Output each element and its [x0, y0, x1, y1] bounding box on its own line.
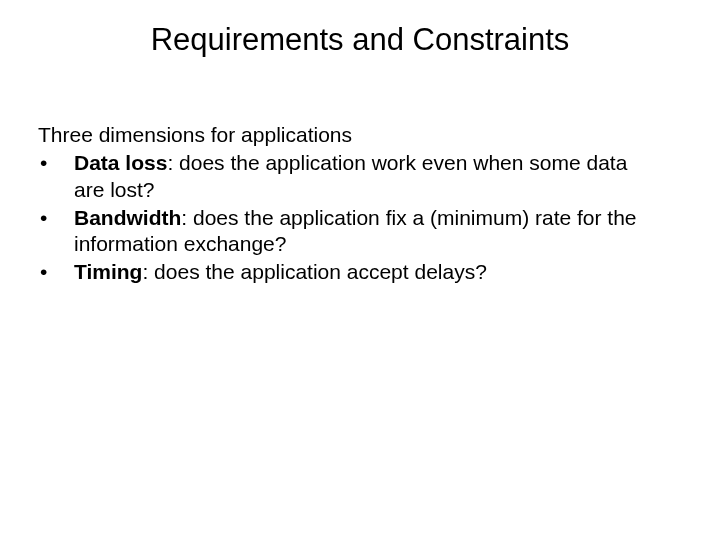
bullet-text: Bandwidth: does the application fix a (m… — [74, 205, 660, 258]
term-description: : does the application accept delays? — [142, 260, 486, 283]
list-item: • Data loss: does the application work e… — [38, 150, 660, 203]
term-label: Data loss — [74, 151, 167, 174]
list-item: • Timing: does the application accept de… — [38, 259, 660, 285]
term-label: Bandwidth — [74, 206, 181, 229]
list-item: • Bandwidth: does the application fix a … — [38, 205, 660, 258]
slide-body: Three dimensions for applications • Data… — [0, 58, 720, 286]
slide-title: Requirements and Constraints — [0, 0, 720, 58]
intro-text: Three dimensions for applications — [38, 122, 660, 148]
bullet-marker: • — [38, 259, 74, 285]
bullet-marker: • — [38, 205, 74, 258]
bullet-text: Timing: does the application accept dela… — [74, 259, 660, 285]
bullet-marker: • — [38, 150, 74, 203]
bullet-text: Data loss: does the application work eve… — [74, 150, 660, 203]
bullet-list: • Data loss: does the application work e… — [38, 150, 660, 285]
term-label: Timing — [74, 260, 142, 283]
